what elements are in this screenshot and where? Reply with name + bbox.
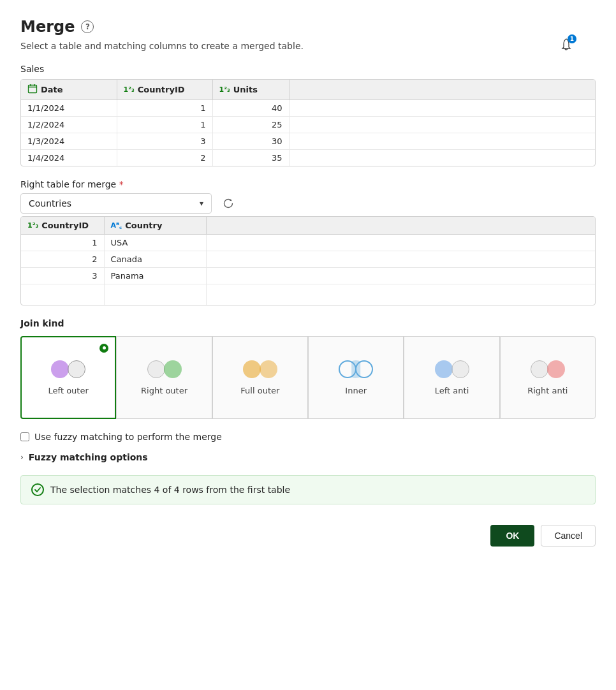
cell-empty bbox=[289, 150, 595, 166]
ok-button[interactable]: OK bbox=[490, 525, 534, 547]
refresh-icon[interactable] bbox=[219, 195, 237, 212]
required-indicator: * bbox=[119, 179, 124, 189]
fuzzy-checkbox-row: Use fuzzy matching to perform the merge bbox=[20, 432, 596, 442]
sales-col-units[interactable]: 1²₃ Units bbox=[212, 80, 289, 100]
cell-date: 1/4/2024 bbox=[21, 150, 117, 166]
venn-right-outer bbox=[147, 358, 182, 381]
countries-col-countryid-label: CountryID bbox=[41, 221, 89, 230]
join-option-left-outer[interactable]: Left outer bbox=[20, 336, 116, 419]
countries-col-countryid[interactable]: 1²₃ CountryID bbox=[21, 217, 104, 235]
selected-indicator bbox=[99, 344, 108, 353]
fuzzy-matching-label: Fuzzy matching options bbox=[29, 452, 148, 462]
table-row: 1/1/2024 1 40 bbox=[21, 100, 595, 117]
countryid-type-icon: 1²₃ bbox=[124, 85, 135, 94]
cell-countryid: 2 bbox=[21, 251, 104, 268]
venn-full-outer bbox=[243, 358, 277, 381]
cell-units: 40 bbox=[212, 100, 289, 117]
chevron-right-icon: › bbox=[20, 453, 24, 462]
status-message: The selection matches 4 of 4 rows from t… bbox=[50, 485, 290, 495]
sales-col-countryid[interactable]: 1²₃ CountryID bbox=[117, 80, 212, 100]
table-row: 1/4/2024 2 35 bbox=[21, 150, 595, 166]
right-table-label-row: Right table for merge * bbox=[20, 179, 596, 189]
countries-col-empty bbox=[206, 217, 595, 235]
cell-country: USA bbox=[104, 235, 206, 251]
cell-empty bbox=[206, 268, 595, 284]
join-option-full-outer[interactable]: Full outer bbox=[212, 336, 308, 419]
action-row: OK Cancel bbox=[20, 525, 596, 547]
cell-country: Panama bbox=[104, 268, 206, 284]
venn-left-anti bbox=[435, 358, 469, 381]
page-title-row: Merge ? bbox=[20, 18, 596, 36]
svg-rect-0 bbox=[29, 85, 37, 93]
cell-countryid: 1 bbox=[117, 117, 212, 133]
status-check-icon bbox=[31, 483, 44, 496]
table-row: 3 Panama bbox=[21, 268, 595, 284]
right-table-label: Right table for merge * bbox=[20, 179, 124, 189]
cell-countryid: 3 bbox=[21, 268, 104, 284]
table-row: 1/3/2024 3 30 bbox=[21, 133, 595, 150]
sales-table-header-row: Date 1²₃ CountryID 1²₃ Units bbox=[21, 80, 595, 100]
join-kind-label: Join kind bbox=[20, 318, 596, 328]
join-option-inner[interactable]: Inner bbox=[308, 336, 404, 419]
page-title-text: Merge bbox=[20, 18, 75, 36]
join-options-container: Left outer Right outer Full outer bbox=[20, 336, 596, 419]
cell-units: 30 bbox=[212, 133, 289, 150]
join-option-right-anti[interactable]: Right anti bbox=[500, 336, 596, 419]
venn-inner bbox=[339, 358, 373, 381]
table-row: 1/2/2024 1 25 bbox=[21, 117, 595, 133]
join-option-label-full-outer: Full outer bbox=[240, 386, 279, 397]
units-type-icon: 1²₃ bbox=[219, 85, 230, 94]
dropdown-value: Countries bbox=[29, 198, 71, 209]
cell-empty bbox=[289, 133, 595, 150]
help-icon[interactable]: ? bbox=[81, 20, 94, 33]
cell-countryid: 2 bbox=[117, 150, 212, 166]
sales-col-empty bbox=[289, 80, 595, 100]
country-type-icon: Aᴮ꜀ bbox=[111, 221, 122, 230]
countries-header-row: 1²₃ CountryID Aᴮ꜀ Country bbox=[21, 217, 595, 235]
table-row-empty bbox=[21, 284, 595, 305]
page-container: 1 Merge ? Select a table and matching co… bbox=[20, 18, 596, 547]
cell-units: 35 bbox=[212, 150, 289, 166]
notification-icon[interactable]: 1 bbox=[557, 36, 575, 54]
table-row: 2 Canada bbox=[21, 251, 595, 268]
sales-col-units-label: Units bbox=[233, 85, 258, 94]
countries-table-container: 1²₃ CountryID Aᴮ꜀ Country 1 bbox=[20, 216, 596, 305]
fuzzy-matching-section[interactable]: › Fuzzy matching options bbox=[20, 452, 596, 462]
join-option-label-left-anti: Left anti bbox=[435, 386, 469, 397]
countries-table: 1²₃ CountryID Aᴮ꜀ Country 1 bbox=[21, 217, 595, 305]
sales-section-label: Sales bbox=[20, 64, 596, 74]
countryid-type-icon2: 1²₃ bbox=[27, 221, 38, 230]
sales-col-date-label: Date bbox=[41, 85, 63, 94]
cell-empty bbox=[206, 235, 595, 251]
status-bar: The selection matches 4 of 4 rows from t… bbox=[20, 475, 596, 504]
cell-date: 1/1/2024 bbox=[21, 100, 117, 117]
join-option-label-inner: Inner bbox=[345, 386, 367, 397]
right-table-dropdown[interactable]: Countries ▾ bbox=[20, 193, 212, 214]
cell-units: 25 bbox=[212, 117, 289, 133]
cell-date: 1/3/2024 bbox=[21, 133, 117, 150]
fuzzy-checkbox[interactable] bbox=[20, 432, 29, 441]
join-option-label-left-outer: Left outer bbox=[48, 386, 89, 397]
cell-countryid: 3 bbox=[117, 133, 212, 150]
cell-country: Canada bbox=[104, 251, 206, 268]
dropdown-row: Countries ▾ bbox=[20, 193, 596, 214]
join-option-right-outer[interactable]: Right outer bbox=[116, 336, 212, 419]
date-type-icon bbox=[27, 84, 38, 96]
countries-col-country-label: Country bbox=[125, 221, 162, 230]
join-option-left-anti[interactable]: Left anti bbox=[404, 336, 499, 419]
cell-empty bbox=[289, 100, 595, 117]
venn-left-outer bbox=[51, 358, 85, 381]
join-option-label-right-outer: Right outer bbox=[141, 386, 187, 397]
sales-col-date[interactable]: Date bbox=[21, 80, 117, 100]
table-row: 1 USA bbox=[21, 235, 595, 251]
fuzzy-checkbox-label[interactable]: Use fuzzy matching to perform the merge bbox=[34, 432, 222, 442]
venn-right-anti bbox=[531, 358, 565, 381]
chevron-down-icon: ▾ bbox=[200, 199, 203, 208]
cell-empty bbox=[289, 117, 595, 133]
cancel-button[interactable]: Cancel bbox=[541, 525, 596, 547]
cell-countryid: 1 bbox=[117, 100, 212, 117]
countries-col-country[interactable]: Aᴮ꜀ Country bbox=[104, 217, 206, 235]
cell-empty bbox=[206, 251, 595, 268]
sales-table-container: Date 1²₃ CountryID 1²₃ Units bbox=[20, 79, 596, 166]
cell-date: 1/2/2024 bbox=[21, 117, 117, 133]
